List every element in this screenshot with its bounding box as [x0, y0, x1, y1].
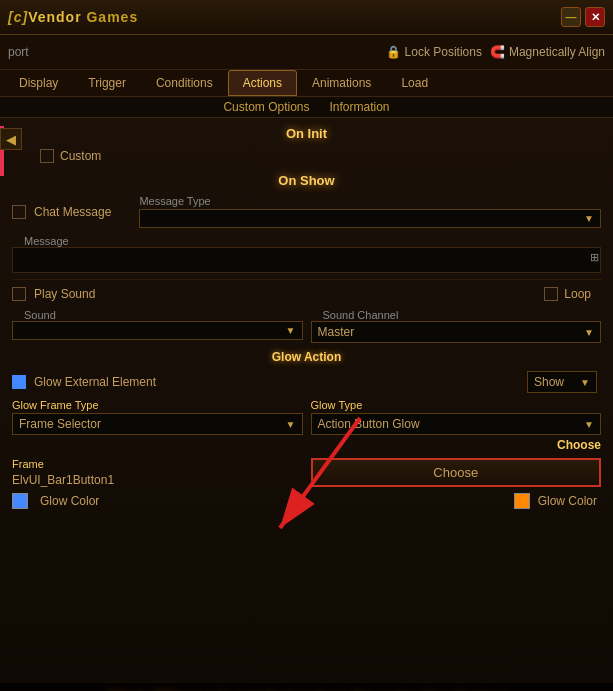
loop-checkbox[interactable] — [544, 287, 558, 301]
glow-action-dropdown[interactable]: Show ▼ — [527, 371, 597, 393]
lock-icon: 🔒 — [386, 45, 401, 59]
glow-color-label-2: Glow Color — [538, 494, 597, 508]
magnetically-align-label: Magnetically Align — [509, 45, 605, 59]
sound-channel-value: Master — [318, 325, 355, 339]
tab-trigger[interactable]: Trigger — [73, 70, 141, 96]
glow-element-checkbox[interactable] — [12, 375, 26, 389]
subtab-custom-options[interactable]: Custom Options — [223, 100, 309, 114]
sound-dropdown[interactable]: ▼ — [12, 321, 303, 340]
glow-frame-type-row: Glow Frame Type Frame Selector ▼ Glow Ty… — [0, 396, 613, 455]
choose-btn-col: Choose — [311, 458, 602, 487]
tab-animations[interactable]: Animations — [297, 70, 386, 96]
frame-value: ElvUI_Bar1Button1 — [12, 473, 114, 487]
sound-col: Sound ▼ — [12, 307, 303, 340]
play-sound-checkbox[interactable] — [12, 287, 26, 301]
subtab-information[interactable]: Information — [330, 100, 390, 114]
app-logo: [c]Vendor Games — [8, 9, 138, 25]
expand-icon: ⊞ — [590, 251, 599, 264]
glow-type-chevron-icon: ▼ — [584, 419, 594, 430]
import-label: port — [8, 45, 29, 59]
channel-chevron-icon: ▼ — [584, 327, 594, 338]
frame-col: Frame ElvUI_Bar1Button1 — [12, 458, 303, 487]
glow-type-value: Action Button Glow — [318, 417, 420, 431]
on-init-header: On Init — [0, 118, 613, 145]
choose-button[interactable]: Choose — [311, 458, 602, 487]
chat-message-label: Chat Message — [34, 205, 111, 219]
subtabs: Custom Options Information — [0, 97, 613, 118]
glow-type-label: Glow Type — [311, 399, 602, 411]
glow-action-chevron-icon: ▼ — [580, 377, 590, 388]
main-tabs: Display Trigger Conditions Actions Anima… — [0, 70, 613, 97]
chat-message-checkbox[interactable] — [12, 205, 26, 219]
lock-positions-item[interactable]: 🔒 Lock Positions — [386, 45, 482, 59]
sound-chevron-icon: ▼ — [286, 325, 296, 336]
lock-positions-label: Lock Positions — [405, 45, 482, 59]
tab-actions[interactable]: Actions — [228, 70, 297, 96]
minimize-button[interactable]: — — [561, 7, 581, 27]
custom-checkbox-row[interactable]: Custom — [0, 145, 613, 167]
tab-load[interactable]: Load — [386, 70, 443, 96]
glow-action-header: Glow Action — [0, 346, 613, 368]
chat-message-row: Chat Message Message Type ▼ — [0, 192, 613, 231]
magnetically-align-item[interactable]: 🧲 Magnetically Align — [490, 45, 605, 59]
sound-row: Sound ▼ Sound Channel Master ▼ — [0, 304, 613, 346]
divider-1 — [12, 279, 601, 280]
close-button[interactable]: ✕ — [585, 7, 605, 27]
frame-selector-value: Frame Selector — [19, 417, 101, 431]
sound-label: Sound — [12, 307, 303, 321]
sound-channel-dropdown[interactable]: Master ▼ — [311, 321, 602, 343]
glow-type-dropdown[interactable]: Action Button Glow ▼ — [311, 413, 602, 435]
glow-type-col: Glow Type Action Button Glow ▼ Choose — [311, 399, 602, 452]
frame-type-col: Glow Frame Type Frame Selector ▼ — [12, 399, 303, 452]
sound-channel-label: Sound Channel — [311, 307, 602, 321]
window-controls: — ✕ — [561, 7, 605, 27]
glow-frame-type-label: Glow Frame Type — [12, 399, 303, 411]
glow-color-row: Glow Color Glow Color — [0, 490, 613, 512]
frame-label: Frame — [12, 458, 303, 470]
glow-element-row: Glow External Element Show ▼ — [0, 368, 613, 396]
tab-display[interactable]: Display — [4, 70, 73, 96]
message-type-label: Message Type — [139, 195, 601, 207]
frame-row: Frame ElvUI_Bar1Button1 Choose — [0, 455, 613, 490]
on-show-header: On Show — [0, 167, 613, 192]
message-label: Message — [12, 233, 601, 247]
glow-element-label: Glow External Element — [34, 375, 156, 389]
sound-channel-col: Sound Channel Master ▼ — [311, 307, 602, 343]
choose-dropdown-label: Choose — [557, 438, 601, 452]
custom-label: Custom — [60, 149, 101, 163]
play-sound-label: Play Sound — [34, 287, 95, 301]
play-sound-row: Play Sound Loop — [0, 284, 613, 304]
message-input[interactable] — [12, 247, 601, 273]
message-type-dropdown[interactable]: ▼ — [139, 209, 601, 228]
bottom-annotation: Click "Choose" and then select the actio… — [0, 683, 613, 691]
loop-label: Loop — [564, 287, 591, 301]
frame-selector-chevron-icon: ▼ — [286, 419, 296, 430]
tab-conditions[interactable]: Conditions — [141, 70, 228, 96]
glow-color-swatch-2[interactable] — [514, 493, 530, 509]
content-area: ◀ On Init Custom On Show Chat Message Me… — [0, 118, 613, 683]
magnet-icon: 🧲 — [490, 45, 505, 59]
frame-selector-dropdown[interactable]: Frame Selector ▼ — [12, 413, 303, 435]
title-bar: [c]Vendor Games — ✕ — [0, 0, 613, 35]
chevron-down-icon: ▼ — [584, 213, 594, 224]
toolbar: port 🔒 Lock Positions 🧲 Magnetically Ali… — [0, 35, 613, 70]
message-area: Message ⊞ — [0, 231, 613, 275]
custom-checkbox[interactable] — [40, 149, 54, 163]
glow-action-value: Show — [534, 375, 564, 389]
collapse-button[interactable]: ◀ — [0, 128, 22, 150]
content-wrapper: ◀ On Init Custom On Show Chat Message Me… — [0, 118, 613, 512]
glow-color-label-1: Glow Color — [40, 494, 99, 508]
glow-color-swatch-1[interactable] — [12, 493, 28, 509]
collapse-icon: ◀ — [6, 132, 16, 147]
